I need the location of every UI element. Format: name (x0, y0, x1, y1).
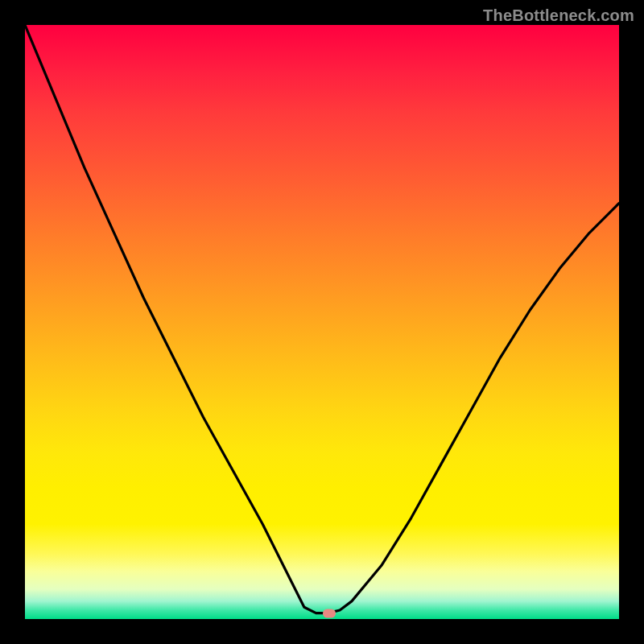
bottleneck-curve-path (25, 25, 619, 613)
curve-layer (25, 25, 619, 619)
optimum-marker (323, 609, 336, 617)
bottleneck-chart: TheBottleneck.com (0, 0, 644, 644)
watermark-text: TheBottleneck.com (483, 6, 634, 25)
plot-area (25, 25, 619, 619)
